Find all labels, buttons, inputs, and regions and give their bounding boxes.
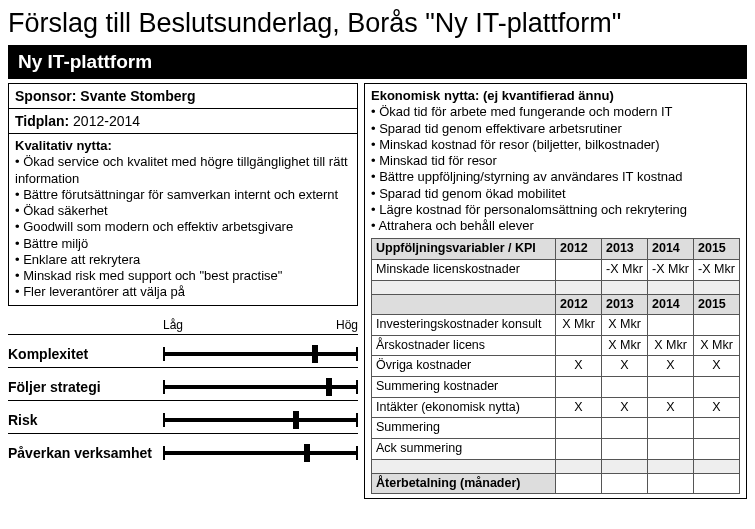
page-title: Förslag till Beslutsunderlag, Borås "Ny … — [8, 8, 747, 39]
table-cell — [602, 280, 648, 294]
slider-row: Följer strategi — [8, 367, 358, 400]
list-item: Bättre förutsättningar för samverkan int… — [15, 187, 351, 203]
slider-track[interactable] — [163, 345, 358, 363]
table-cell: Summering kostnader — [372, 377, 556, 398]
table-cell: Intäkter (ekonomisk nytta) — [372, 397, 556, 418]
ekonomisk-heading: Ekonomisk nytta: (ej kvantifierad ännu) — [371, 88, 740, 104]
table-cell: X — [602, 397, 648, 418]
data-table: Uppföljningsvariabler / KPI2012201320142… — [371, 238, 740, 494]
table-cell — [648, 459, 694, 473]
list-item: Lägre kostnad för personalomsättning och… — [371, 202, 740, 218]
table-cell — [648, 418, 694, 439]
tidplan-value: 2012-2014 — [73, 113, 140, 129]
list-item: Minskad tid för resor — [371, 153, 740, 169]
table-cell: X — [556, 356, 602, 377]
table-cell: X Mkr — [648, 335, 694, 356]
sponsor-box: Sponsor: Svante Stomberg — [8, 83, 358, 108]
table-header: Uppföljningsvariabler / KPI — [372, 239, 556, 260]
table-cell — [648, 438, 694, 459]
list-item: Bättre miljö — [15, 236, 351, 252]
table-cell: X — [694, 397, 740, 418]
table-cell: X Mkr — [602, 335, 648, 356]
list-item: Bättre uppföljning/styrning av användare… — [371, 169, 740, 185]
table-cell: X Mkr — [602, 315, 648, 336]
table-cell: X — [602, 356, 648, 377]
table-cell — [602, 418, 648, 439]
list-item: Attrahera och behåll elever — [371, 218, 740, 234]
table-cell — [556, 418, 602, 439]
slider-row: Påverkan verksamhet — [8, 433, 358, 466]
table-row: Ack summering — [372, 438, 740, 459]
table-header: 2013 — [602, 239, 648, 260]
table-cell — [602, 459, 648, 473]
table-header: 2012 — [556, 239, 602, 260]
table-cell — [602, 473, 648, 494]
list-item: Minskad risk med support och "best pract… — [15, 268, 351, 284]
table-cell — [556, 280, 602, 294]
table-cell — [556, 473, 602, 494]
table-cell: -X Mkr — [602, 259, 648, 280]
table-cell: X — [648, 356, 694, 377]
table-cell — [556, 335, 602, 356]
list-item: Enklare att rekrytera — [15, 252, 351, 268]
tidplan-box: Tidplan: 2012-2014 — [8, 108, 358, 133]
table-cell: Årskostnader licens — [372, 335, 556, 356]
slider-track[interactable] — [163, 378, 358, 396]
table-cell — [648, 280, 694, 294]
table-cell: Summering — [372, 418, 556, 439]
slider-label: Komplexitet — [8, 346, 163, 362]
table-cell — [556, 459, 602, 473]
payback-label: Återbetalning (månader) — [372, 473, 556, 494]
ekonomisk-box: Ekonomisk nytta: (ej kvantifierad ännu) … — [364, 83, 747, 499]
table-cell: X Mkr — [694, 335, 740, 356]
slider-thumb[interactable] — [293, 411, 299, 429]
table-cell: -X Mkr — [648, 259, 694, 280]
table-header: 2013 — [602, 294, 648, 315]
list-item: Fler leverantörer att välja på — [15, 284, 351, 300]
table-header: 2015 — [694, 294, 740, 315]
table-cell — [648, 377, 694, 398]
slider-thumb[interactable] — [326, 378, 332, 396]
list-item: Goodwill som modern och effektiv arbetsg… — [15, 219, 351, 235]
slider-label: Påverkan verksamhet — [8, 445, 163, 461]
kvalitativ-heading: Kvalitativ nytta: — [15, 138, 351, 154]
slider-high-label: Hög — [336, 318, 358, 332]
table-cell — [372, 459, 556, 473]
header-bar: Ny IT-plattform — [8, 45, 747, 79]
slider-thumb[interactable] — [304, 444, 310, 462]
table-cell: Ack summering — [372, 438, 556, 459]
table-row: Investeringskostnader konsultX MkrX Mkr — [372, 315, 740, 336]
slider-thumb[interactable] — [312, 345, 318, 363]
list-item: Sparad tid genom ökad mobilitet — [371, 186, 740, 202]
kvalitativ-list: Ökad service och kvalitet med högre till… — [15, 154, 351, 300]
table-cell: Investeringskostnader konsult — [372, 315, 556, 336]
slider-label: Följer strategi — [8, 379, 163, 395]
table-cell — [556, 259, 602, 280]
table-cell — [648, 473, 694, 494]
table-cell — [602, 377, 648, 398]
table-header: 2014 — [648, 294, 694, 315]
table-cell — [648, 315, 694, 336]
table-cell — [694, 315, 740, 336]
table-cell — [694, 280, 740, 294]
table-cell: Minskade licenskostnader — [372, 259, 556, 280]
table-cell — [694, 438, 740, 459]
table-row: Minskade licenskostnader-X Mkr-X Mkr-X M… — [372, 259, 740, 280]
table-cell — [372, 280, 556, 294]
table-cell — [694, 459, 740, 473]
slider-track[interactable] — [163, 444, 358, 462]
slider-track[interactable] — [163, 411, 358, 429]
table-row: Summering kostnader — [372, 377, 740, 398]
sponsor-value: Svante Stomberg — [80, 88, 195, 104]
table-cell — [602, 438, 648, 459]
table-row: Övriga kostnaderXXXX — [372, 356, 740, 377]
slider-row: Risk — [8, 400, 358, 433]
list-item: Sparad tid genom effektivare arbetsrutin… — [371, 121, 740, 137]
list-item: Ökad service och kvalitet med högre till… — [15, 154, 351, 187]
table-row: Summering — [372, 418, 740, 439]
table-cell: X — [694, 356, 740, 377]
table-cell — [556, 377, 602, 398]
slider-row: Komplexitet — [8, 334, 358, 367]
table-cell — [556, 438, 602, 459]
table-row: Intäkter (ekonomisk nytta)XXXX — [372, 397, 740, 418]
